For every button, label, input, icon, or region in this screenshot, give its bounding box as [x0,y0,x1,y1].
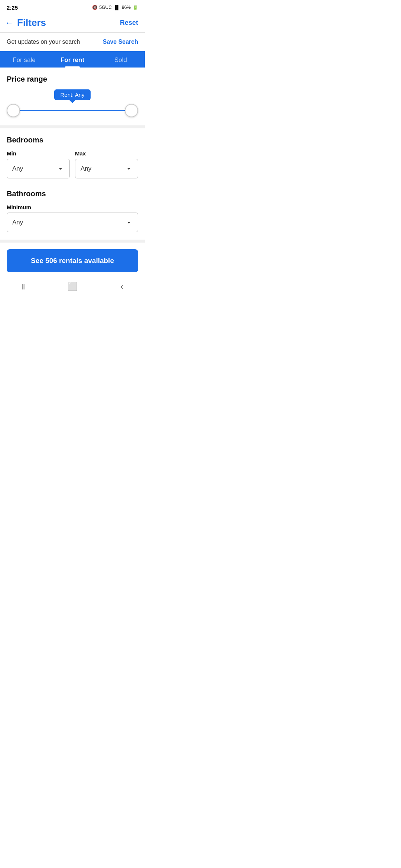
price-range-section: Price range Rent: Any [0,68,145,125]
header-left: ← Filters [5,17,46,29]
tab-sold[interactable]: Sold [97,51,145,68]
header: ← Filters Reset [0,13,145,32]
price-tooltip: Rent: Any [54,89,90,100]
bottom-separator [0,240,145,243]
nav-recent-apps-icon[interactable]: ⦀ [22,282,25,292]
reset-button[interactable]: Reset [120,19,138,27]
battery-icon: 🔋 [133,5,138,10]
bathrooms-section: Bathrooms Minimum Any 1 1.5 2 2.5 3+ [0,182,145,240]
mute-icon: 🔇 [92,5,98,10]
see-rentals-button[interactable]: See 506 rentals available [7,249,138,272]
status-bar: 2:25 🔇 5GUC ▐▌ 96% 🔋 [0,0,145,13]
bedrooms-min-select[interactable]: Any 1 2 3 4 5+ [7,159,70,178]
nav-home-icon[interactable]: ⬜ [68,282,78,292]
bedrooms-max-label: Max [75,150,138,157]
network-label: 5GUC [100,5,112,10]
save-search-text: Get updates on your search [7,39,80,45]
status-time: 2:25 [7,4,18,11]
bedrooms-max-select[interactable]: Any 1 2 3 4 5+ [75,159,138,178]
tab-for-rent[interactable]: For rent [48,51,97,68]
bottom-cta-container: See 506 rentals available [0,243,145,277]
tab-for-sale[interactable]: For sale [0,51,48,68]
bedrooms-min-max-row: Min Any 1 2 3 4 5+ Max Any 1 2 3 4 5+ [7,150,138,178]
slider-track [7,110,138,111]
page-title: Filters [17,17,46,29]
price-tooltip-container: Rent: Any [7,89,138,100]
battery-label: 96% [122,5,131,10]
status-icons: 🔇 5GUC ▐▌ 96% 🔋 [92,5,138,10]
back-button[interactable]: ← [5,18,13,28]
slider-thumb-max[interactable] [125,104,138,117]
bedrooms-section: Bedrooms Min Any 1 2 3 4 5+ Max Any 1 2 … [0,128,145,182]
bedrooms-min-group: Min Any 1 2 3 4 5+ [7,150,70,178]
bedrooms-max-group: Max Any 1 2 3 4 5+ [75,150,138,178]
price-range-title: Price range [7,75,138,83]
tab-bar: For sale For rent Sold [0,51,145,68]
bedrooms-min-label: Min [7,150,70,157]
section-separator-1 [0,125,145,128]
bathrooms-minimum-label: Minimum [7,204,138,210]
signal-icon: ▐▌ [114,5,120,10]
bedrooms-title: Bedrooms [7,136,138,144]
price-slider[interactable] [7,102,138,119]
bathrooms-minimum-select[interactable]: Any 1 1.5 2 2.5 3+ [7,213,138,232]
bathrooms-title: Bathrooms [7,190,138,198]
slider-thumb-min[interactable] [7,104,20,117]
bathrooms-minimum-group: Minimum Any 1 1.5 2 2.5 3+ [7,204,138,232]
nav-back-icon[interactable]: ‹ [121,282,123,292]
save-search-button[interactable]: Save Search [103,39,138,45]
nav-bar: ⦀ ⬜ ‹ [0,277,145,298]
save-search-bar: Get updates on your search Save Search [0,33,145,51]
